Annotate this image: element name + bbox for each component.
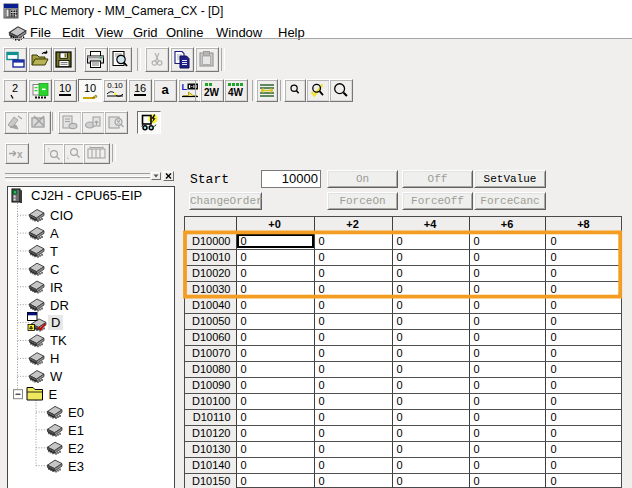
svg-text:x: x bbox=[17, 149, 23, 160]
svg-text:4W: 4W bbox=[228, 87, 244, 98]
svg-text:↑: ↑ bbox=[47, 146, 51, 153]
svg-text:2W: 2W bbox=[204, 87, 220, 98]
svg-text:L: L bbox=[182, 82, 188, 92]
svg-text:↓: ↓ bbox=[66, 153, 70, 160]
